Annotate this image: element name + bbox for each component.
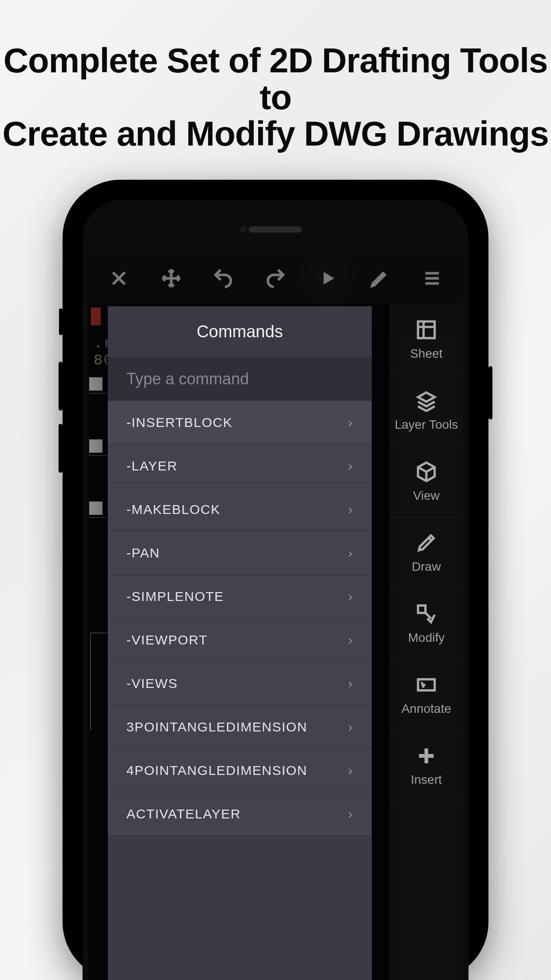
- pencil-button[interactable]: [354, 253, 406, 304]
- layers-icon: [415, 389, 438, 412]
- commands-title: Commands: [108, 306, 372, 357]
- hero-block: Complete Set of 2D Drafting Tools to Cre…: [0, 0, 551, 203]
- palette-label: Layer Tools: [395, 418, 458, 432]
- device-volume-up: [59, 362, 63, 411]
- redo-button[interactable]: [249, 253, 302, 304]
- palette-annotate[interactable]: Annotate: [390, 659, 463, 730]
- annotate-icon: [415, 673, 438, 696]
- canvas-line: [89, 455, 107, 456]
- sheet-icon: [415, 318, 438, 341]
- canvas-line: [89, 517, 107, 518]
- command-label: -INSERTBLOCK: [126, 415, 232, 430]
- hero-line2: Create and Modify DWG Drawings: [2, 114, 548, 153]
- undo-icon: [213, 268, 233, 288]
- palette-label: Draw: [412, 560, 441, 574]
- command-label: ACTIVATELAYER: [126, 806, 241, 822]
- modify-icon: [415, 602, 438, 625]
- command-item[interactable]: -MAKEBLOCK›: [108, 488, 372, 531]
- palette-layer-tools[interactable]: Layer Tools: [390, 375, 463, 446]
- palette-view[interactable]: View: [390, 446, 463, 517]
- tool-palette: Sheet Layer Tools View Draw Modify Annot…: [390, 304, 463, 980]
- command-label: -SIMPLENOTE: [126, 589, 224, 604]
- chevron-right-icon: ›: [348, 502, 354, 517]
- canvas-node: [89, 377, 102, 391]
- command-label: 4POINTANGLEDIMENSION: [126, 763, 307, 778]
- palette-label: Sheet: [410, 347, 442, 361]
- device-speaker: [249, 226, 302, 233]
- svg-rect-2: [418, 679, 435, 690]
- palette-label: Annotate: [401, 702, 451, 716]
- commands-panel: Commands -INSERTBLOCK› -LAYER› -MAKEBLOC…: [108, 306, 372, 980]
- palette-label: View: [413, 489, 440, 503]
- canvas-node: [89, 502, 102, 515]
- move-icon: [161, 268, 181, 288]
- undo-button[interactable]: [197, 253, 249, 304]
- command-item[interactable]: 3POINTANGLEDIMENSION›: [108, 705, 372, 749]
- command-label: 3POINTANGLEDIMENSION: [126, 719, 307, 735]
- play-icon: [319, 268, 336, 288]
- chevron-right-icon: ›: [348, 806, 354, 822]
- close-button[interactable]: [93, 253, 145, 304]
- redo-icon: [265, 268, 286, 288]
- chevron-right-icon: ›: [348, 545, 354, 561]
- chevron-right-icon: ›: [348, 458, 354, 474]
- command-label: -LAYER: [126, 458, 177, 474]
- command-item[interactable]: -PAN›: [108, 531, 372, 575]
- command-label: -VIEWS: [126, 676, 178, 691]
- command-item[interactable]: 4POINTANGLEDIMENSION›: [108, 749, 372, 792]
- command-label: -MAKEBLOCK: [126, 502, 220, 517]
- command-item[interactable]: -INSERTBLOCK›: [108, 401, 372, 444]
- hero-title: Complete Set of 2D Drafting Tools to Cre…: [0, 42, 551, 152]
- palette-modify[interactable]: Modify: [390, 588, 463, 659]
- move-button[interactable]: [145, 253, 197, 304]
- top-toolbar: [88, 253, 463, 304]
- hero-line1: Complete Set of 2D Drafting Tools to: [4, 41, 548, 117]
- chevron-right-icon: ›: [348, 719, 354, 735]
- palette-label: Modify: [408, 631, 445, 645]
- plus-icon: [415, 744, 438, 767]
- chevron-right-icon: ›: [348, 415, 354, 430]
- pencil-icon: [370, 268, 390, 288]
- commands-list: -INSERTBLOCK› -LAYER› -MAKEBLOCK› -PAN› …: [108, 401, 372, 980]
- command-item[interactable]: -VIEWS›: [108, 662, 372, 705]
- command-item[interactable]: -SIMPLENOTE›: [108, 575, 372, 618]
- command-item[interactable]: ACTIVATELAYER›: [108, 792, 372, 836]
- device-power-button: [488, 366, 492, 419]
- chevron-right-icon: ›: [348, 763, 354, 778]
- command-input[interactable]: [126, 370, 353, 388]
- device-camera-dot: [240, 226, 246, 232]
- chevron-right-icon: ›: [348, 589, 354, 604]
- draw-icon: [415, 531, 438, 554]
- close-icon: [109, 268, 129, 288]
- palette-sheet[interactable]: Sheet: [390, 304, 463, 375]
- command-input-row[interactable]: [108, 357, 372, 401]
- command-item[interactable]: -LAYER›: [108, 444, 372, 488]
- palette-label: Insert: [411, 773, 442, 787]
- canvas-red-marker: [91, 308, 101, 325]
- cube-icon: [415, 460, 438, 483]
- app-screen: .re 80 Sheet Layer Tools View: [88, 253, 463, 980]
- canvas-line: [89, 393, 107, 394]
- command-label: -PAN: [126, 545, 160, 561]
- canvas-node: [89, 439, 102, 453]
- palette-insert[interactable]: Insert: [390, 730, 463, 801]
- svg-rect-1: [418, 605, 425, 613]
- chevron-right-icon: ›: [348, 676, 354, 691]
- device-frame: .re 80 Sheet Layer Tools View: [63, 180, 488, 980]
- menu-button[interactable]: [406, 253, 458, 304]
- play-button[interactable]: [302, 253, 354, 304]
- command-item[interactable]: -VIEWPORT›: [108, 618, 372, 662]
- chevron-right-icon: ›: [348, 632, 354, 648]
- device-volume-down: [59, 424, 63, 473]
- device-mute-switch: [59, 308, 63, 335]
- svg-rect-0: [418, 321, 435, 338]
- command-label: -VIEWPORT: [126, 632, 208, 648]
- palette-draw[interactable]: Draw: [390, 517, 463, 588]
- hamburger-icon: [422, 268, 442, 288]
